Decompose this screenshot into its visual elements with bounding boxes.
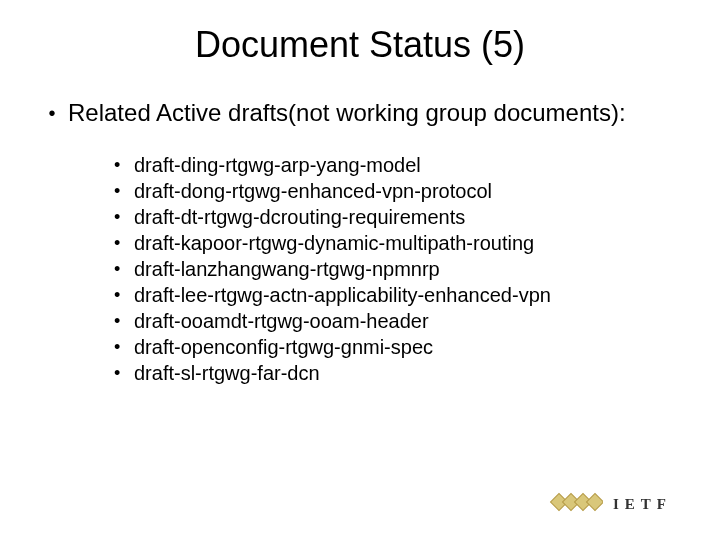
bullet-dot-level1: •	[36, 98, 68, 128]
bullet-text-level2: draft-kapoor-rtgwg-dynamic-multipath-rou…	[134, 230, 534, 256]
bullet-text-level2: draft-lanzhangwang-rtgwg-npmnrp	[134, 256, 440, 282]
bullet-item-level2: •draft-dong-rtgwg-enhanced-vpn-protocol	[108, 178, 684, 204]
bullet-item-level2: •draft-dt-rtgwg-dcrouting-requirements	[108, 204, 684, 230]
bullet-dot-level2: •	[108, 308, 134, 334]
bullet-text-level2: draft-dt-rtgwg-dcrouting-requirements	[134, 204, 465, 230]
svg-rect-3	[586, 494, 602, 511]
bullet-dot-level2: •	[108, 256, 134, 282]
ietf-logo-icon	[547, 490, 603, 518]
bullet-dot-level2: •	[108, 334, 134, 360]
bullet-item-level2: •draft-sl-rtgwg-far-dcn	[108, 360, 684, 386]
bullet-item-level2: •draft-ding-rtgwg-arp-yang-model	[108, 152, 684, 178]
bullet-item-level1: • Related Active drafts(not working grou…	[36, 98, 684, 128]
bullet-text-level2: draft-lee-rtgwg-actn-applicability-enhan…	[134, 282, 551, 308]
bullet-text-level2: draft-sl-rtgwg-far-dcn	[134, 360, 320, 386]
bullet-item-level2: •draft-lee-rtgwg-actn-applicability-enha…	[108, 282, 684, 308]
ietf-logo-text: IETF	[613, 496, 672, 513]
slide: Document Status (5) • Related Active dra…	[0, 0, 720, 540]
sub-bullet-list: •draft-ding-rtgwg-arp-yang-model•draft-d…	[108, 152, 684, 386]
bullet-text-level2: draft-openconfig-rtgwg-gnmi-spec	[134, 334, 433, 360]
ietf-logo: IETF	[547, 490, 672, 518]
bullet-dot-level2: •	[108, 282, 134, 308]
bullet-dot-level2: •	[108, 360, 134, 386]
bullet-dot-level2: •	[108, 152, 134, 178]
bullet-text-level1: Related Active drafts(not working group …	[68, 98, 626, 128]
bullet-text-level2: draft-ding-rtgwg-arp-yang-model	[134, 152, 421, 178]
bullet-item-level2: •draft-kapoor-rtgwg-dynamic-multipath-ro…	[108, 230, 684, 256]
slide-title: Document Status (5)	[0, 24, 720, 66]
bullet-item-level2: •draft-ooamdt-rtgwg-ooam-header	[108, 308, 684, 334]
bullet-dot-level2: •	[108, 230, 134, 256]
bullet-text-level2: draft-ooamdt-rtgwg-ooam-header	[134, 308, 429, 334]
bullet-dot-level2: •	[108, 178, 134, 204]
bullet-dot-level2: •	[108, 204, 134, 230]
bullet-text-level2: draft-dong-rtgwg-enhanced-vpn-protocol	[134, 178, 492, 204]
bullet-item-level2: •draft-lanzhangwang-rtgwg-npmnrp	[108, 256, 684, 282]
bullet-item-level2: •draft-openconfig-rtgwg-gnmi-spec	[108, 334, 684, 360]
slide-body: • Related Active drafts(not working grou…	[36, 98, 684, 386]
